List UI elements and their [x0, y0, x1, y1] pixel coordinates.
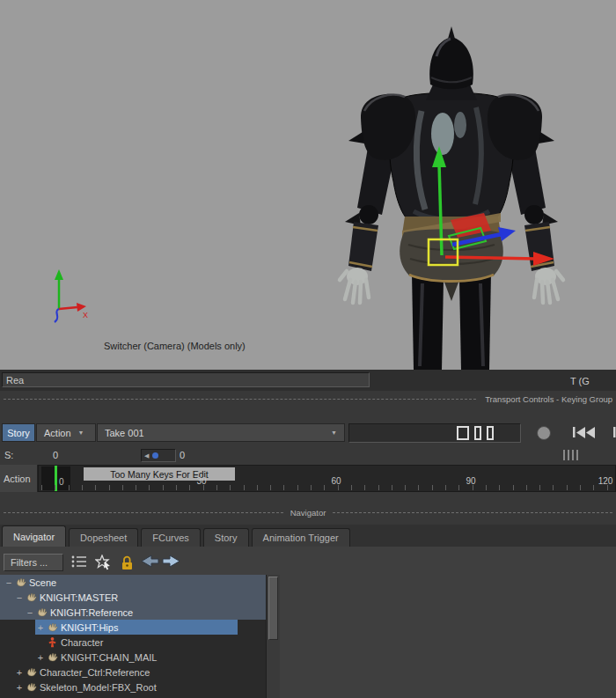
tab-animation-trigger[interactable]: Animation Trigger — [252, 528, 350, 547]
stop-state-icon — [457, 426, 469, 440]
motionbuilder-window: X Switcher (Camera) (Models only) T (G T… — [0, 0, 616, 698]
tree-row-scene[interactable]: − Scene — [0, 575, 266, 590]
tab-label: Navigator — [13, 532, 55, 542]
separator-dash — [4, 512, 283, 513]
pause-bar-icon — [487, 426, 494, 440]
tree-row-character-ctrl-reference[interactable]: + Character_Ctrl:Reference — [0, 665, 266, 680]
axis-x-label: X — [83, 311, 88, 320]
status-strip: T (G — [0, 370, 616, 391]
navigator-tabs: Navigator Dopesheet FCurves Story Animat… — [0, 525, 616, 547]
spinner-value[interactable]: 0 — [180, 450, 185, 460]
tree-expander[interactable]: − — [25, 607, 35, 618]
chevron-down-icon: ▼ — [331, 430, 337, 436]
spinner-left-icon[interactable]: ◀ — [144, 452, 149, 459]
transport-separator[interactable]: Transport Controls - Keying Group — [0, 392, 616, 406]
tree-row-knight-reference[interactable]: − KNIGHT:Reference — [0, 605, 266, 620]
tree-expander[interactable]: + — [35, 622, 46, 633]
tree-row-label: KNIGHT:Reference — [50, 607, 133, 618]
viewport-3d[interactable]: X Switcher (Camera) (Models only) — [0, 0, 616, 370]
chevron-down-icon: ▼ — [78, 430, 84, 436]
tree-row-knight-master[interactable]: − KNIGHT:MASTER — [0, 590, 266, 605]
arrow-right-icon[interactable] — [162, 555, 180, 568]
tab-label: Story — [215, 533, 238, 543]
scene-tree[interactable]: − Scene − KNIGHT:MASTER − KNIGHT:Referen… — [0, 575, 280, 698]
tree-row-knight-hips[interactable]: + KNIGHT:Hips — [0, 620, 266, 635]
tab-label: FCurves — [152, 533, 189, 543]
tree-row-skeleton-model-fbx-root[interactable]: + Skeleton_Model:FBX_Root — [0, 680, 266, 694]
tab-label: Animation Trigger — [263, 533, 339, 543]
tab-story[interactable]: Story — [203, 528, 249, 547]
start-frame-row: S: 0 ◀ 0 — [0, 446, 616, 465]
model-hand-icon — [26, 666, 37, 678]
story-button[interactable]: Story — [2, 423, 35, 442]
playback-display — [348, 423, 521, 443]
tree-scrollbar[interactable] — [266, 575, 280, 698]
tree-row-label: KNIGHT:MASTER — [40, 592, 118, 603]
frame-spinner[interactable]: ◀ — [141, 449, 176, 462]
pause-bar-icon — [474, 426, 481, 440]
filters-button-label: Filters ... — [11, 557, 48, 568]
timeline-track-label: Action — [4, 474, 31, 484]
go-to-start-button[interactable] — [572, 426, 602, 439]
star-picker-icon[interactable] — [95, 555, 113, 570]
take-label: Take 001 — [105, 428, 144, 438]
separator-dash — [333, 512, 612, 513]
separator-dash — [4, 399, 476, 400]
viewport-canvas: X — [0, 0, 616, 370]
lock-icon[interactable] — [120, 555, 135, 570]
model-hand-icon — [26, 681, 37, 693]
model-hand-icon — [47, 651, 58, 663]
timeline-ruler[interactable]: 0 Too Many Keys For Edit 30 60 90 120 — [38, 465, 616, 492]
status-input[interactable] — [2, 372, 370, 387]
tab-fcurves[interactable]: FCurves — [141, 528, 201, 547]
camera-switcher-label: Switcher (Camera) (Models only) — [104, 341, 246, 351]
model-hand-icon — [36, 606, 48, 618]
story-button-label: Story — [7, 428, 30, 438]
previous-frame-button[interactable] — [612, 426, 616, 439]
ruler-ticks — [39, 485, 615, 490]
take-dropdown[interactable]: Take 001 ▼ — [97, 423, 345, 442]
arrow-left-icon[interactable] — [141, 555, 159, 568]
tree-expander[interactable]: + — [14, 667, 25, 678]
navigator-separator[interactable]: Navigator — [0, 505, 616, 519]
tree-row-label: Skeleton_Model:FBX_Root — [40, 682, 157, 693]
spinner-dot-icon[interactable] — [152, 452, 158, 459]
knight-model[interactable] — [340, 26, 563, 370]
tree-row-knight-chainmail[interactable]: + KNIGHT:CHAIN_MAIL — [0, 650, 266, 665]
start-frame-label: S: — [4, 450, 13, 460]
timeline-track-selector[interactable]: Action — [0, 465, 38, 492]
tree-row-label: Scene — [29, 577, 56, 588]
too-many-keys-warning: Too Many Keys For Edit — [84, 467, 235, 481]
navigator-panel: Filters ... − Scene — [0, 547, 616, 698]
status-right-label: T (G — [570, 376, 590, 386]
model-hand-icon — [15, 577, 26, 588]
record-button[interactable] — [537, 426, 551, 440]
tree-row-label: KNIGHT:Hips — [61, 622, 118, 633]
tree-row-character[interactable]: Character — [0, 635, 266, 650]
tree-scrollbar-thumb[interactable] — [268, 577, 278, 640]
tree-expander[interactable]: + — [35, 652, 46, 663]
transport-separator-label: Transport Controls - Keying Group — [485, 394, 612, 404]
tree-expander[interactable]: − — [4, 577, 14, 588]
tab-navigator[interactable]: Navigator — [2, 525, 66, 547]
start-frame-value[interactable]: 0 — [53, 450, 58, 460]
tree-row-label: KNIGHT:CHAIN_MAIL — [61, 652, 157, 663]
zoom-grip-handle[interactable] — [563, 450, 581, 462]
tree-row-skeleton-model-ctrl[interactable]: + Skeleton_Model_Ctrl:Reference — [0, 694, 266, 698]
list-view-icon[interactable] — [70, 555, 88, 569]
timeline-row: Action 0 Too Many Keys For Edit 30 60 90… — [0, 465, 616, 492]
action-mode-label: Action — [44, 428, 71, 438]
tab-label: Dopesheet — [80, 533, 127, 543]
tree-expander[interactable]: − — [14, 592, 25, 603]
character-icon — [47, 636, 58, 648]
navigator-separator-label: Navigator — [290, 508, 326, 518]
model-hand-icon — [26, 591, 37, 603]
tree-row-label: Character_Ctrl:Reference — [40, 667, 150, 678]
filters-button[interactable]: Filters ... — [4, 554, 63, 571]
transport-toolbar: Story Action ▼ Take 001 ▼ — [0, 408, 616, 446]
action-mode-dropdown[interactable]: Action ▼ — [36, 423, 96, 442]
tab-dopesheet[interactable]: Dopesheet — [69, 528, 138, 547]
tree-row-label: Character — [61, 637, 103, 648]
tree-expander[interactable]: + — [14, 682, 25, 693]
world-axis-icon: X — [55, 269, 88, 322]
